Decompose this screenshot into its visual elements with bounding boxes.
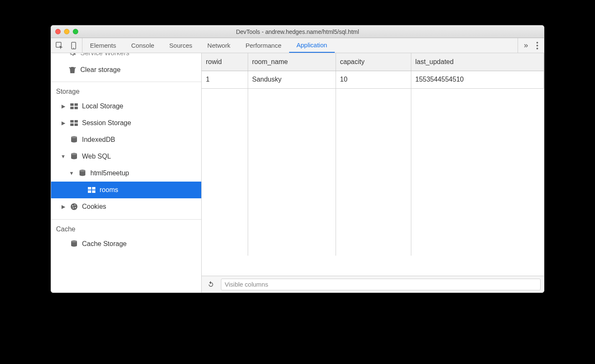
sidebar-item-session-storage[interactable]: ▶ Session Storage: [51, 115, 201, 131]
sidebar-item-cookies[interactable]: ▶ Cookies: [51, 198, 201, 215]
svg-point-27: [71, 241, 77, 243]
table-icon: [69, 103, 79, 109]
sidebar-item-rooms[interactable]: rooms: [51, 182, 201, 198]
svg-rect-20: [91, 187, 92, 193]
sidebar-item-label: Web SQL: [82, 153, 111, 160]
col-header-last-updated[interactable]: last_updated: [411, 53, 544, 71]
traffic-lights: [55, 29, 78, 34]
sidebar-item-html5meetup[interactable]: ▼ html5meetup: [51, 165, 201, 182]
svg-point-4: [536, 45, 538, 46]
sidebar-item-clear-storage[interactable]: Clear storage: [51, 62, 201, 78]
device-toolbar-icon[interactable]: [69, 41, 78, 50]
sidebar-item-label: IndexedDB: [82, 136, 115, 144]
svg-point-24: [75, 207, 76, 208]
svg-point-22: [72, 205, 74, 207]
sidebar-item-label: Cookies: [82, 203, 106, 210]
sidebar: Service Workers Clear storage Storage ▶ …: [51, 53, 202, 292]
refresh-button[interactable]: [205, 279, 217, 290]
window-title: DevTools - andrew.hedges.name/html5/sql.…: [51, 28, 544, 35]
titlebar: DevTools - andrew.hedges.name/html5/sql.…: [51, 26, 544, 38]
data-table: rowid room_name capacity last_updated 1 …: [202, 53, 544, 256]
svg-point-5: [536, 48, 538, 49]
svg-point-3: [536, 42, 538, 44]
cell-rowid: 1: [202, 71, 248, 88]
minimize-window-button[interactable]: [64, 29, 69, 34]
database-icon: [69, 153, 79, 160]
close-window-button[interactable]: [55, 29, 61, 34]
table-area: rowid room_name capacity last_updated 1 …: [202, 53, 544, 276]
main-panel: rowid room_name capacity last_updated 1 …: [202, 53, 544, 292]
sidebar-item-label: Cache Storage: [82, 240, 127, 248]
svg-point-15: [71, 153, 77, 155]
svg-point-2: [73, 48, 74, 49]
svg-rect-8: [74, 103, 74, 109]
tab-performance[interactable]: Performance: [238, 38, 289, 53]
sidebar-item-indexeddb[interactable]: IndexedDB: [51, 131, 201, 148]
toolbar: Elements Console Sources Network Perform…: [51, 38, 544, 53]
section-header-storage: Storage: [51, 82, 201, 98]
tab-sources[interactable]: Sources: [162, 38, 200, 53]
chevron-right-icon: ▶: [60, 120, 66, 126]
database-icon: [69, 136, 79, 144]
sidebar-item-label: Clear storage: [80, 66, 121, 74]
bottom-bar: [202, 276, 544, 292]
table-icon: [87, 187, 96, 193]
svg-point-21: [71, 203, 77, 210]
cell-last-updated: 1553544554510: [411, 71, 544, 88]
table-header-row: rowid room_name capacity last_updated: [202, 53, 544, 71]
chevron-right-icon: ▶: [60, 103, 66, 109]
svg-point-17: [80, 170, 85, 172]
refresh-icon: [207, 281, 215, 288]
chevron-down-icon: ▼: [69, 170, 74, 176]
table-row[interactable]: 1 Sandusky 10 1553544554510: [202, 71, 544, 88]
sidebar-item-label: rooms: [100, 186, 118, 194]
more-menu-icon[interactable]: [536, 42, 538, 49]
fullscreen-window-button[interactable]: [73, 29, 78, 34]
toolbar-left: [51, 38, 82, 53]
cell-room-name: Sandusky: [248, 71, 336, 88]
tab-console[interactable]: Console: [124, 38, 162, 53]
sidebar-item-local-storage[interactable]: ▶ Local Storage: [51, 98, 201, 115]
inspect-element-icon[interactable]: [55, 41, 64, 50]
devtools-window: DevTools - andrew.hedges.name/html5/sql.…: [51, 25, 544, 293]
col-header-rowid[interactable]: rowid: [202, 53, 248, 71]
sidebar-item-cache-storage[interactable]: Cache Storage: [51, 236, 201, 252]
svg-rect-11: [74, 120, 74, 126]
table-empty-space: [202, 88, 544, 256]
tab-elements[interactable]: Elements: [82, 38, 124, 53]
col-header-room-name[interactable]: room_name: [248, 53, 336, 71]
cookie-icon: [69, 203, 79, 210]
sidebar-item-label: html5meetup: [90, 169, 129, 177]
gear-icon: [68, 53, 77, 57]
sidebar-item-label: Service Workers: [80, 53, 129, 57]
sidebar-item-label: Local Storage: [82, 103, 123, 110]
trash-icon: [68, 66, 77, 74]
section-header-cache: Cache: [51, 219, 201, 236]
svg-point-25: [73, 208, 74, 208]
visible-columns-input[interactable]: [221, 279, 541, 290]
chevron-right-icon: ▶: [60, 204, 66, 210]
database-icon: [69, 240, 79, 248]
svg-point-23: [74, 205, 75, 205]
sidebar-item-websql[interactable]: ▼ Web SQL: [51, 148, 201, 165]
sidebar-item-label: Session Storage: [82, 119, 131, 127]
body: Service Workers Clear storage Storage ▶ …: [51, 53, 544, 292]
panel-tabs: Elements Console Sources Network Perform…: [82, 38, 518, 53]
tab-network[interactable]: Network: [200, 38, 238, 53]
sidebar-item-service-workers[interactable]: Service Workers: [51, 53, 201, 62]
more-tabs-icon[interactable]: »: [524, 41, 528, 50]
cell-capacity: 10: [336, 71, 411, 88]
col-header-capacity[interactable]: capacity: [336, 53, 411, 71]
svg-point-13: [71, 136, 77, 138]
table-icon: [69, 120, 79, 126]
database-icon: [78, 169, 87, 177]
tab-application[interactable]: Application: [289, 38, 335, 53]
chevron-down-icon: ▼: [60, 154, 66, 159]
toolbar-right: »: [518, 38, 544, 53]
